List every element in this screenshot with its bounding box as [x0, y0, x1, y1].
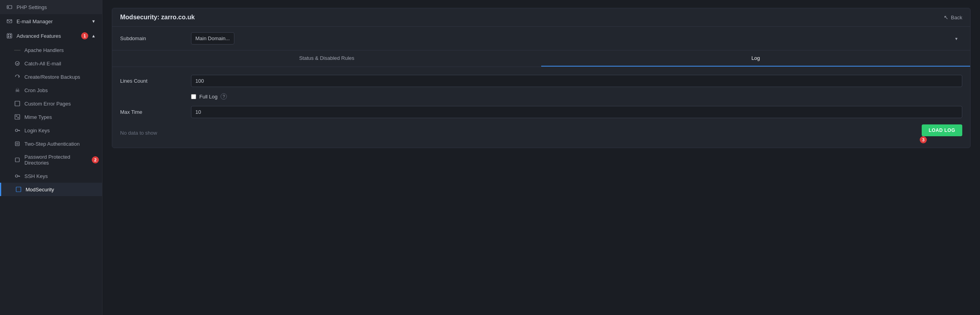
svg-rect-0 — [7, 6, 12, 9]
ssh-keys-icon — [14, 173, 20, 179]
advanced-features-label: Advanced Features — [17, 33, 61, 39]
email-manager-label: E-mail Manager — [17, 19, 53, 24]
panel-header: Modsecurity: zarro.co.uk ↖ Back — [112, 8, 970, 27]
full-log-help-icon[interactable]: ? — [221, 93, 227, 100]
cron-icon: ☠ — [14, 87, 20, 93]
lines-count-input[interactable] — [191, 75, 962, 87]
email-chevron-icon: ▼ — [91, 19, 96, 24]
sidebar-item-mime-types[interactable]: Mime Types — [0, 110, 102, 124]
sidebar-item-password-protected-dirs[interactable]: Password Protected Directories 2 — [0, 150, 102, 169]
modsecurity-icon — [15, 186, 22, 193]
annotation-badge-3: 3 — [920, 136, 927, 143]
main-content: Modsecurity: zarro.co.uk ↖ Back Subdomai… — [102, 0, 980, 315]
sidebar-section-email-manager[interactable]: E-mail Manager ▼ — [0, 14, 102, 28]
annotation-badge-1: 1 — [81, 32, 88, 39]
php-icon — [6, 4, 13, 10]
no-data-text: No data to show — [120, 126, 962, 140]
subdomain-select[interactable]: Main Domain... — [191, 32, 234, 44]
tabs-bar: Status & Disabled Rules Log — [112, 50, 970, 67]
full-log-checkbox[interactable] — [191, 94, 196, 99]
sidebar-item-modsecurity[interactable]: ModSecurity — [0, 183, 102, 196]
svg-rect-9 — [15, 101, 20, 106]
sidebar-item-cron-jobs[interactable]: ☠ Cron Jobs — [0, 83, 102, 97]
password-protected-dirs-label: Password Protected Directories — [24, 154, 96, 166]
svg-point-13 — [15, 129, 18, 132]
sidebar-item-apache-handlers[interactable]: — Apache Handlers — [0, 43, 102, 57]
svg-point-8 — [15, 61, 19, 65]
login-keys-icon — [14, 127, 20, 133]
back-arrow-icon: ↖ — [944, 14, 948, 20]
svg-rect-7 — [10, 36, 11, 37]
catch-all-email-label: Catch-All E-mail — [24, 61, 61, 67]
subdomain-row: Subdomain Main Domain... — [112, 27, 970, 50]
mime-types-label: Mime Types — [24, 114, 52, 120]
annotation-badge-2: 2 — [92, 156, 99, 163]
max-time-label: Max Time — [120, 109, 183, 115]
catch-all-icon — [14, 60, 20, 67]
tab-status-disabled[interactable]: Status & Disabled Rules — [112, 50, 541, 67]
login-keys-label: Login Keys — [24, 128, 50, 133]
lines-count-label: Lines Count — [120, 78, 183, 84]
sidebar-section-advanced-features[interactable]: Advanced Features 1 ▲ — [0, 28, 102, 43]
advanced-features-icon — [6, 33, 13, 39]
back-button[interactable]: ↖ Back — [944, 14, 962, 20]
php-settings-label: PHP Settings — [17, 4, 47, 10]
full-log-label: Full Log — [199, 94, 217, 100]
tab-log[interactable]: Log — [541, 50, 970, 67]
sidebar-item-two-step-auth[interactable]: Two-Step Authentication — [0, 137, 102, 150]
svg-rect-11 — [16, 115, 17, 117]
svg-rect-3 — [7, 33, 12, 38]
modsecurity-panel: Modsecurity: zarro.co.uk ↖ Back Subdomai… — [112, 8, 971, 148]
svg-rect-5 — [10, 34, 11, 35]
backup-icon — [14, 74, 20, 80]
max-time-input[interactable] — [191, 106, 962, 118]
sidebar: PHP Settings E-mail Manager ▼ — [0, 0, 102, 315]
subdomain-label: Subdomain — [120, 35, 183, 41]
email-icon — [6, 18, 13, 24]
mime-icon — [14, 114, 20, 120]
lines-count-row: Lines Count — [120, 75, 962, 87]
svg-rect-19 — [15, 158, 19, 162]
custom-error-icon — [14, 100, 20, 107]
load-log-button[interactable]: LOAD LOG — [922, 124, 962, 136]
apache-handlers-label: Apache Handlers — [24, 47, 64, 53]
advanced-features-chevron-icon: ▲ — [91, 33, 96, 38]
sidebar-item-login-keys[interactable]: Login Keys — [0, 124, 102, 137]
back-label: Back — [951, 15, 962, 20]
svg-rect-12 — [17, 117, 19, 119]
subdomain-select-wrapper: Main Domain... — [191, 32, 962, 44]
svg-rect-6 — [8, 36, 9, 37]
sidebar-item-ssh-keys[interactable]: SSH Keys — [0, 169, 102, 183]
create-restore-backups-label: Create/Restore Backups — [24, 74, 80, 80]
svg-point-20 — [15, 175, 18, 177]
sidebar-item-catch-all-email[interactable]: Catch-All E-mail — [0, 57, 102, 70]
content-area: Modsecurity: zarro.co.uk ↖ Back Subdomai… — [102, 0, 980, 315]
log-tab-content: Lines Count Full Log ? Max Time LOAD LOG — [112, 67, 970, 148]
password-dir-icon — [14, 157, 20, 163]
full-log-row: Full Log ? — [120, 93, 962, 100]
two-step-icon — [14, 141, 20, 147]
apache-icon: — — [14, 47, 20, 53]
two-step-auth-label: Two-Step Authentication — [24, 141, 80, 147]
custom-error-pages-label: Custom Error Pages — [24, 101, 71, 107]
sidebar-item-custom-error-pages[interactable]: Custom Error Pages — [0, 97, 102, 110]
svg-rect-18 — [16, 143, 19, 145]
ssh-keys-label: SSH Keys — [24, 173, 48, 179]
max-time-row: Max Time — [120, 106, 962, 118]
svg-rect-4 — [8, 34, 9, 35]
sidebar-item-php-settings[interactable]: PHP Settings — [0, 0, 102, 14]
modsecurity-label: ModSecurity — [26, 187, 54, 193]
page-title: Modsecurity: zarro.co.uk — [120, 14, 195, 21]
svg-rect-1 — [8, 6, 9, 8]
svg-rect-24 — [16, 187, 21, 192]
sidebar-item-create-restore-backups[interactable]: Create/Restore Backups — [0, 70, 102, 83]
cron-jobs-label: Cron Jobs — [24, 87, 48, 93]
